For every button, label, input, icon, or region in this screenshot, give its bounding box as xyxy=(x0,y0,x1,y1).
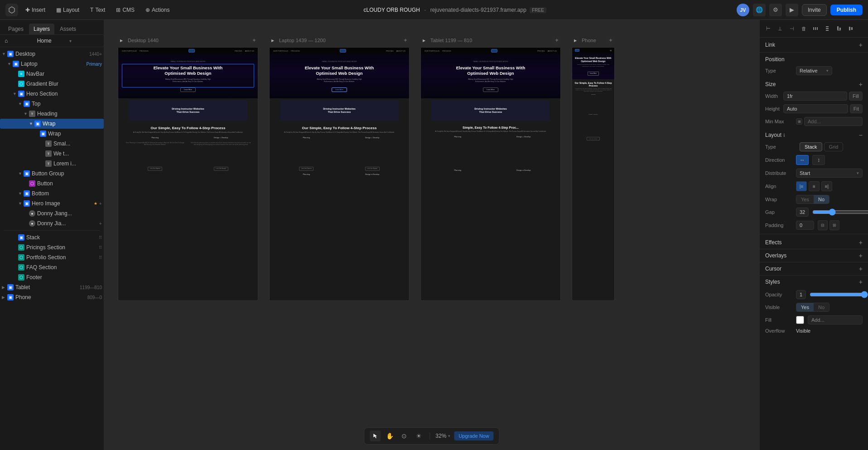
size-add-icon[interactable]: + xyxy=(859,81,863,88)
fill-swatch[interactable] xyxy=(796,316,804,324)
home-selector[interactable]: ⌂ Home ▾ xyxy=(0,35,104,47)
visible-yes-button[interactable]: Yes xyxy=(796,303,814,311)
portfolio-drag-icon[interactable]: ⠿ xyxy=(99,255,102,260)
layout-info-icon[interactable]: ℹ xyxy=(783,133,785,138)
layer-hero-image[interactable]: ▼ ▣ Hero Image ★ + xyxy=(0,198,104,208)
layer-faq[interactable]: ⬡ FAQ Section xyxy=(0,262,104,272)
desktop-frame[interactable]: OUR PORTFOLIO PROCESS PRICING ABOUT US S… xyxy=(118,47,258,301)
cursor-tool[interactable] xyxy=(370,431,381,441)
laptop-frame[interactable]: OUR PORTFOLIO PROCESS PRICING ABOUT US S… xyxy=(269,47,410,301)
settings-icon-button[interactable]: ⚙ xyxy=(769,4,782,16)
layer-wrap-selected[interactable]: ▼ ▣ Wrap xyxy=(0,119,104,129)
layer-button-group[interactable]: ▼ ▣ Button Group xyxy=(0,169,104,179)
layer-gradient-blur[interactable]: ⬡ Gradient Blur xyxy=(0,79,104,89)
opacity-slider[interactable] xyxy=(810,291,868,298)
layer-lorem[interactable]: T Lorem i... xyxy=(0,159,104,169)
layer-bottom[interactable]: ▼ ▣ Bottom xyxy=(0,189,104,198)
tab-pages[interactable]: Pages xyxy=(4,24,28,34)
add-donny2-button[interactable]: + xyxy=(99,221,102,226)
layer-navbar[interactable]: ≡ NavBar xyxy=(0,69,104,79)
gap-input[interactable]: 32 xyxy=(796,208,809,217)
minmax-add-input[interactable]: Add... xyxy=(804,117,863,126)
height-fit-tag[interactable]: Fit xyxy=(850,104,863,113)
layer-heading[interactable]: ▼ T Heading xyxy=(0,109,104,119)
invite-button[interactable]: Invite xyxy=(802,4,827,16)
stack-type-button[interactable]: Stack xyxy=(800,142,822,151)
cursor-section[interactable]: Cursor + xyxy=(760,262,868,275)
laptop-add-icon[interactable]: + xyxy=(401,36,410,44)
minmax-icon-button[interactable]: ⊞ xyxy=(796,118,802,125)
layer-stack[interactable]: ▣ Stack ⠿ xyxy=(0,232,104,242)
distribute-select[interactable]: Start ▾ xyxy=(796,169,863,178)
text-button[interactable]: T Text xyxy=(87,5,109,15)
tablet-add-icon[interactable]: + xyxy=(553,36,561,44)
align-start-button[interactable]: |≡ xyxy=(796,181,807,191)
align-end-button[interactable]: ≡| xyxy=(821,181,832,191)
logo-button[interactable] xyxy=(5,4,18,16)
align-center-v-button[interactable] xyxy=(846,24,856,34)
pricing-drag-icon[interactable]: ⠿ xyxy=(99,245,102,250)
layout-minus-icon[interactable]: − xyxy=(859,131,863,139)
wrap-no-button[interactable]: No xyxy=(814,195,829,203)
gap-slider[interactable] xyxy=(812,208,868,216)
overlays-section[interactable]: Overlays + xyxy=(760,249,868,262)
upgrade-button[interactable]: Upgrade Now xyxy=(454,431,493,440)
layer-wrap-child[interactable]: ▣ Wrap xyxy=(0,129,104,139)
layer-portfolio[interactable]: ⬡ Portfolio Section ⠿ xyxy=(0,252,104,262)
height-input[interactable]: Auto xyxy=(783,104,848,113)
insert-button[interactable]: ✚ Insert xyxy=(22,5,49,15)
cms-button[interactable]: ⊞ CMS xyxy=(112,5,138,15)
layer-desktop[interactable]: ▼ ▣ Desktop 1440+ xyxy=(0,49,104,59)
sun-tool[interactable]: ☀ xyxy=(413,431,424,441)
styles-add-icon[interactable]: + xyxy=(859,278,863,285)
grid-type-button[interactable]: Grid xyxy=(824,142,844,151)
tab-assets[interactable]: Assets xyxy=(55,24,81,34)
tab-layers[interactable]: Layers xyxy=(29,24,54,34)
align-center-h-button[interactable]: ⊥ xyxy=(775,24,785,34)
tablet-frame[interactable]: OUR PORTFOLIO PROCESS PRICING ABOUT US S… xyxy=(420,47,561,301)
delete-button[interactable]: 🗑 xyxy=(799,24,809,34)
layer-laptop[interactable]: ▼ ▣ Laptop Primary xyxy=(0,59,104,69)
add-hero-image-button[interactable]: + xyxy=(99,201,102,206)
padding-input[interactable]: 0 xyxy=(796,221,814,230)
position-type-select[interactable]: Relative ▾ xyxy=(796,66,832,75)
width-input[interactable]: 1fr xyxy=(783,92,847,101)
desktop-add-icon[interactable]: + xyxy=(250,36,258,44)
align-top-button[interactable] xyxy=(822,24,832,34)
layer-button[interactable]: ⬡ Button xyxy=(0,179,104,189)
layout-button[interactable]: ▦ Layout xyxy=(53,5,83,15)
overlays-add-icon[interactable]: + xyxy=(859,252,863,259)
layer-phone[interactable]: ▶ ▣ Phone 809—0 xyxy=(0,292,104,302)
cursor-add-icon[interactable]: + xyxy=(859,265,863,272)
padding-icon-1-button[interactable]: ⊟ xyxy=(818,220,828,230)
align-bottom-button[interactable] xyxy=(834,24,844,34)
align-middle-button[interactable]: ≡ xyxy=(809,181,820,191)
phone-add-icon[interactable]: + xyxy=(607,36,615,44)
padding-icon-2-button[interactable]: ⊞ xyxy=(829,220,839,230)
layer-donny-2[interactable]: ● Donny Jia... + xyxy=(0,218,104,228)
effects-add-icon[interactable]: + xyxy=(859,239,863,246)
zoom-display[interactable]: 32% ▾ xyxy=(435,433,450,439)
wrap-yes-button[interactable]: Yes xyxy=(796,195,814,203)
globe-icon-button[interactable]: 🌐 xyxy=(753,4,766,16)
canvas-area[interactable]: ▶ Desktop 1440 + OUR PORTFOLIO PROCESS P… xyxy=(104,20,759,450)
layer-pricing[interactable]: ⬡ Pricings Section ⠿ xyxy=(0,242,104,252)
user-avatar[interactable]: JV xyxy=(737,4,749,16)
phone-frame[interactable]: ≡ Elevate Your Small Business With Optim… xyxy=(572,47,615,301)
layer-donny-1[interactable]: ● Donny Jiang... xyxy=(0,208,104,218)
visible-no-button[interactable]: No xyxy=(814,303,829,311)
opacity-input[interactable]: 1 xyxy=(796,290,806,299)
actions-button[interactable]: ⊕ Actions xyxy=(142,5,173,15)
layer-smal[interactable]: T Smal... xyxy=(0,139,104,149)
circle-tool[interactable]: ⊙ xyxy=(399,431,410,441)
publish-button[interactable]: Publish xyxy=(830,5,863,15)
direction-horizontal-button[interactable]: ↔ xyxy=(796,155,809,165)
align-right-button[interactable]: ⊣ xyxy=(787,24,797,34)
distribute-h-button[interactable] xyxy=(810,24,820,34)
align-left-button[interactable]: ⊢ xyxy=(763,24,773,34)
play-icon-button[interactable]: ▶ xyxy=(786,4,798,16)
effects-section[interactable]: Effects + xyxy=(760,236,868,249)
direction-vertical-button[interactable]: ↕ xyxy=(812,155,825,165)
layer-footer[interactable]: ⬡ Footer xyxy=(0,272,104,282)
layer-top[interactable]: ▼ ▣ Top xyxy=(0,99,104,109)
